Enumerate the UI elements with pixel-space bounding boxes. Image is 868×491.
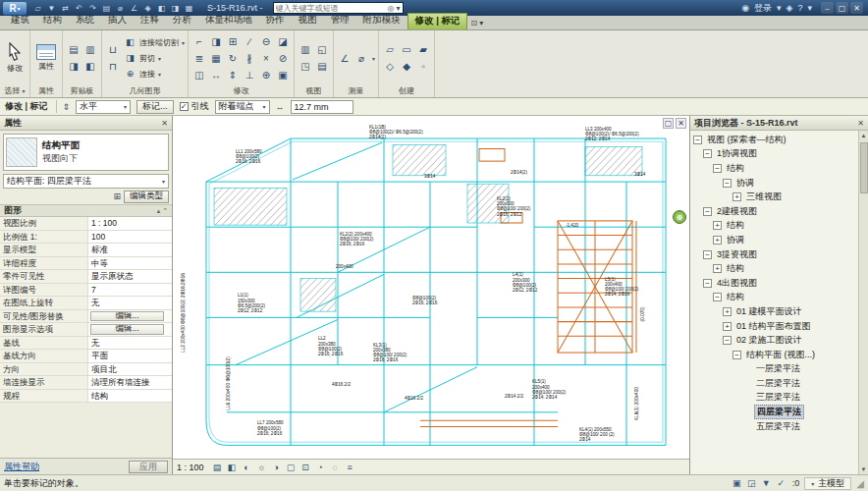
- show-crop-region-icon[interactable]: ⊡: [299, 461, 312, 473]
- beam-annotation-15[interactable]: -1.420: [566, 223, 578, 228]
- help-button[interactable]: ?: [797, 3, 802, 13]
- property-value[interactable]: 清理所有墙连接: [88, 376, 172, 389]
- beam-annotation-18[interactable]: 4Φ16 2/2: [405, 396, 423, 401]
- cope-icon[interactable]: ⊔: [105, 42, 121, 58]
- view-close-button[interactable]: ✕: [676, 118, 686, 129]
- beam-annotation-19[interactable]: KL5(1)200x400Φ8@100/ 200(2)2Φ14; 2Φ14: [532, 379, 567, 400]
- ribbon-tab-1[interactable]: 结构: [36, 13, 69, 29]
- apply-button[interactable]: 应用: [129, 461, 168, 473]
- search-dropdown-icon[interactable]: ▾: [397, 4, 401, 13]
- tree-item-11[interactable]: −结构: [690, 291, 868, 305]
- ribbon-tab-9[interactable]: 管理: [324, 13, 356, 29]
- beam-annotation-12[interactable]: KL3(1)200x380Φ8@100/ 200(2)2Φ16; 2Φ16: [373, 343, 407, 363]
- close-icon[interactable]: ✕: [161, 119, 168, 128]
- property-value[interactable]: 项目北: [88, 363, 172, 376]
- delete-icon[interactable]: ×: [258, 50, 274, 66]
- beam-annotation-22[interactable]: KL4(1) 200x550Φ8@100/ 200 (2)2Φ14: [579, 427, 615, 443]
- beam-annotation-14[interactable]: L5(1)200x400Φ8@100/ 200(2)2Φ14; 2Φ16: [605, 277, 639, 298]
- geometry-tool-1[interactable]: ◨剪切▾: [124, 51, 185, 66]
- shadows-icon[interactable]: ◑: [270, 461, 283, 473]
- drawing-area[interactable]: LL1 200x580Φ8@100(2)2Φ16; 2Φ16KL1(1B)Φ8@…: [173, 116, 690, 474]
- detail-level-icon[interactable]: ◧: [226, 461, 239, 473]
- expand-icon[interactable]: +: [732, 192, 741, 201]
- graphics-section-header[interactable]: 图形▴ ⌃: [0, 204, 172, 217]
- join-icon[interactable]: ⊕: [258, 67, 274, 82]
- ribbon-tab-8[interactable]: 视图: [292, 13, 324, 29]
- copy-to-clipboard-icon[interactable]: ▥: [82, 42, 98, 58]
- beam-annotation-11[interactable]: LL2200x380Φ8@100(2)2Φ16; 2Φ16: [318, 336, 344, 356]
- rotate-icon[interactable]: ↻: [225, 50, 241, 66]
- pin-icon[interactable]: ⊥: [242, 67, 257, 82]
- beam-annotation-10[interactable]: LL2 200x400 Φ8@100(2) 2Φ16;2Φ16: [181, 273, 186, 353]
- properties-help-link[interactable]: 属性帮助: [4, 461, 39, 473]
- insert-view-icon[interactable]: ▫: [415, 59, 431, 75]
- beam-annotation-4[interactable]: 3Φ14: [634, 172, 646, 177]
- ribbon-tab-7[interactable]: 协作: [259, 13, 292, 29]
- property-edit-button[interactable]: 编辑...: [90, 311, 164, 322]
- collapse-icon[interactable]: −: [732, 351, 741, 359]
- tree-item-8[interactable]: −3提资视图: [690, 247, 868, 262]
- sun-path-icon[interactable]: ☼: [255, 461, 268, 473]
- signin-chevron-icon[interactable]: ▾: [777, 3, 782, 13]
- selection-filter-icon[interactable]: ▼: [760, 477, 773, 490]
- beam-annotation-25[interactable]: Φ8@100(2)2Φ16; 2Φ16: [412, 295, 438, 304]
- ribbon-tab-6[interactable]: 体量和场地: [198, 13, 259, 29]
- active-model-selector[interactable]: ▾ 主模型: [804, 477, 851, 490]
- expand-icon[interactable]: +: [723, 307, 732, 316]
- demolish-icon[interactable]: ⊘: [275, 50, 291, 66]
- ribbon-tab-11[interactable]: 修改 | 标记: [407, 13, 468, 29]
- ribbon-tab-2[interactable]: 系统: [69, 13, 101, 29]
- dimension-tool-icon[interactable]: ⌀: [353, 50, 369, 66]
- crop-view-icon[interactable]: ▢: [285, 461, 298, 473]
- modify-tool-button[interactable]: 修改: [3, 42, 27, 74]
- view-scale-control[interactable]: 1 : 100: [177, 463, 208, 472]
- geometry-tool-2[interactable]: ⊕连接▾: [124, 67, 185, 82]
- mirror-line-icon[interactable]: ◨: [208, 33, 224, 49]
- modify-tab-pin-icon[interactable]: ⊡ ▾: [470, 19, 483, 29]
- leader-checkbox-group[interactable]: ✓ 引线: [180, 100, 209, 113]
- thin-lines-view-icon[interactable]: ▥: [298, 42, 313, 58]
- trim-icon[interactable]: ∕: [242, 33, 257, 49]
- align-icon[interactable]: ⌐: [191, 33, 207, 49]
- tags-button[interactable]: 标记...: [136, 100, 174, 114]
- tree-item-2[interactable]: −结构: [690, 161, 868, 176]
- close-button[interactable]: ✕: [850, 2, 863, 14]
- signin-label[interactable]: 登录: [754, 2, 772, 15]
- orientation-select[interactable]: 水平▾: [76, 100, 131, 114]
- beam-annotation-1[interactable]: KL1(1B)Φ8@100(2)/ Φ6.5@200(2)2Φ14(2): [369, 124, 423, 139]
- paste-icon[interactable]: ▤: [66, 42, 81, 58]
- visual-style-icon[interactable]: ◐: [241, 461, 253, 473]
- ribbon-tab-3[interactable]: 插入: [101, 13, 134, 29]
- property-value[interactable]: 100: [88, 231, 172, 244]
- collapse-icon[interactable]: −: [703, 279, 712, 288]
- collapse-icon[interactable]: −: [713, 293, 722, 301]
- ribbon-tab-5[interactable]: 分析: [166, 13, 198, 29]
- view-restore-button[interactable]: ▢: [663, 118, 674, 129]
- geometry-tool-0[interactable]: ◧连接端切割▾: [124, 35, 185, 50]
- collapse-icon[interactable]: −: [723, 336, 732, 345]
- cut-to-clipboard-icon[interactable]: ◨: [66, 59, 81, 75]
- close-icon[interactable]: ✕: [857, 119, 864, 128]
- navigation-wheel-icon[interactable]: ⊕: [673, 210, 686, 224]
- edit-type-button[interactable]: 编辑类型: [124, 191, 169, 203]
- tree-item-0[interactable]: −视图 (探索者—结构): [690, 133, 868, 147]
- tree-item-7[interactable]: +协调: [690, 233, 868, 247]
- beam-annotation-5[interactable]: 2Φ14(2): [511, 170, 527, 175]
- cut-geometry-icon[interactable]: ⊓: [105, 59, 121, 75]
- collapse-icon[interactable]: −: [693, 136, 702, 144]
- load-into-project-icon[interactable]: ▰: [415, 42, 431, 58]
- copy-icon[interactable]: ⊞: [225, 33, 241, 49]
- property-value[interactable]: 7: [88, 284, 172, 297]
- tree-item-4[interactable]: +三维视图: [690, 190, 868, 204]
- collapse-icon[interactable]: −: [703, 207, 712, 216]
- offset-icon[interactable]: ≣: [191, 50, 207, 66]
- unpin-icon[interactable]: ⊖: [258, 33, 274, 49]
- expand-icon[interactable]: +: [713, 221, 722, 230]
- scale-icon[interactable]: ⇕: [225, 67, 241, 82]
- create-group-icon[interactable]: ▱: [382, 42, 398, 58]
- help-chevron-icon[interactable]: ▾: [807, 3, 812, 13]
- match-type-icon[interactable]: ◧: [82, 59, 98, 75]
- ribbon-tab-0[interactable]: 建筑: [4, 13, 36, 29]
- selection-count-icon[interactable]: ✓: [775, 477, 787, 490]
- tree-item-14[interactable]: −02 梁施工图设计: [690, 333, 868, 348]
